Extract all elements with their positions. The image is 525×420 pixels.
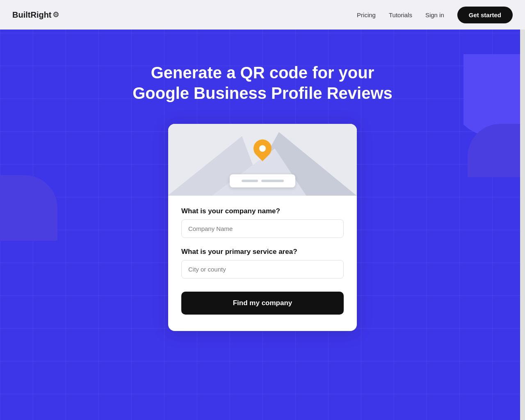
nav-pricing[interactable]: Pricing bbox=[357, 11, 376, 18]
shape-left-inner bbox=[0, 175, 57, 241]
logo-gear-icon: ⚙ bbox=[52, 10, 59, 19]
logo: BuiltRight⚙ bbox=[12, 10, 59, 20]
nav-tutorials[interactable]: Tutorials bbox=[389, 11, 412, 18]
company-name-input[interactable] bbox=[181, 219, 344, 238]
map-searchbar-illustration bbox=[230, 174, 295, 187]
company-name-label: What is your company name? bbox=[181, 207, 344, 215]
decorative-shape-right bbox=[463, 54, 525, 177]
service-area-label: What is your primary service area? bbox=[181, 248, 344, 256]
nav-links: Pricing Tutorials Sign in Get started bbox=[357, 7, 513, 23]
searchbar-line-1 bbox=[242, 180, 258, 182]
get-started-button[interactable]: Get started bbox=[457, 7, 513, 23]
logo-text: BuiltRight bbox=[12, 10, 52, 20]
main-content: Generate a QR code for your Google Busin… bbox=[0, 30, 525, 331]
nav-signin[interactable]: Sign in bbox=[425, 11, 444, 18]
service-area-input[interactable] bbox=[181, 260, 344, 278]
searchbar-line-2 bbox=[261, 180, 284, 182]
scrollbar[interactable] bbox=[520, 0, 525, 420]
pin-circle bbox=[250, 136, 275, 161]
pin-circle-inner bbox=[259, 145, 266, 152]
map-pin bbox=[253, 139, 272, 158]
decorative-shape-left bbox=[0, 175, 90, 249]
navbar: BuiltRight⚙ Pricing Tutorials Sign in Ge… bbox=[0, 0, 525, 30]
map-illustration bbox=[168, 124, 357, 196]
find-company-button[interactable]: Find my company bbox=[181, 292, 344, 315]
form-area: What is your company name? What is your … bbox=[168, 196, 357, 315]
hero-title: Generate a QR code for your Google Busin… bbox=[132, 62, 393, 103]
main-card: What is your company name? What is your … bbox=[168, 124, 357, 331]
